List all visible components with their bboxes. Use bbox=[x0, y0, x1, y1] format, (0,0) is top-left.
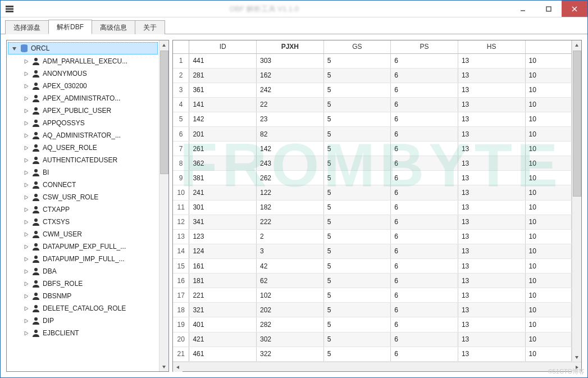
chevron-right-icon[interactable] bbox=[22, 231, 29, 238]
cell[interactable]: 13 bbox=[458, 185, 525, 200]
cell[interactable]: 222 bbox=[257, 215, 324, 229]
chevron-right-icon[interactable] bbox=[22, 58, 29, 65]
cell[interactable]: 13 bbox=[458, 317, 525, 332]
tree-item[interactable]: AQ_USER_ROLE bbox=[7, 142, 159, 154]
cell[interactable]: 5 bbox=[323, 53, 391, 68]
cell[interactable]: 6 bbox=[391, 53, 458, 68]
column-header[interactable]: PJXH bbox=[257, 40, 324, 53]
cell[interactable]: 5 bbox=[323, 215, 391, 229]
cell[interactable]: 13 bbox=[458, 347, 525, 361]
table-row[interactable]: 21461322561310 bbox=[173, 347, 572, 361]
cell[interactable]: 322 bbox=[257, 347, 324, 361]
table-row[interactable]: 9381262561310 bbox=[173, 171, 572, 185]
column-header[interactable]: ID bbox=[189, 40, 257, 53]
cell[interactable]: 162 bbox=[257, 68, 324, 83]
cell[interactable]: 124 bbox=[189, 244, 257, 258]
cell[interactable]: 22 bbox=[257, 97, 324, 112]
cell[interactable]: 10 bbox=[525, 185, 572, 200]
chevron-right-icon[interactable] bbox=[22, 181, 29, 188]
chevron-right-icon[interactable] bbox=[22, 206, 29, 213]
cell[interactable]: 5 bbox=[323, 171, 391, 185]
cell[interactable]: 142 bbox=[257, 142, 324, 156]
cell[interactable]: 10 bbox=[525, 171, 572, 185]
tree-vertical-scrollbar[interactable] bbox=[159, 40, 168, 371]
chevron-down-icon[interactable] bbox=[11, 45, 17, 52]
table-row[interactable]: 141243561310 bbox=[173, 244, 572, 258]
chevron-right-icon[interactable] bbox=[22, 293, 29, 299]
cell[interactable]: 13 bbox=[458, 215, 525, 229]
cell[interactable]: 6 bbox=[391, 171, 458, 185]
cell[interactable]: 6 bbox=[391, 347, 458, 361]
cell[interactable]: 13 bbox=[458, 274, 525, 288]
cell[interactable]: 5 bbox=[323, 200, 391, 215]
cell[interactable]: 13 bbox=[458, 97, 525, 112]
table-row[interactable]: 3361242561310 bbox=[173, 83, 572, 97]
cell[interactable]: 421 bbox=[189, 332, 257, 347]
tree-item[interactable]: DATAPUMP_EXP_FULL_... bbox=[7, 240, 159, 253]
table-row[interactable]: 17221102561310 bbox=[173, 288, 572, 303]
table-row[interactable]: 10241122561310 bbox=[173, 185, 572, 200]
scroll-down-icon[interactable] bbox=[572, 352, 581, 362]
cell[interactable]: 102 bbox=[257, 288, 324, 303]
tab-2[interactable]: 高级信息 bbox=[92, 20, 135, 34]
cell[interactable]: 10 bbox=[525, 53, 572, 68]
cell[interactable]: 2 bbox=[257, 229, 324, 244]
tree-item[interactable]: APEX_PUBLIC_USER bbox=[7, 104, 159, 117]
cell[interactable]: 401 bbox=[189, 317, 257, 332]
cell[interactable]: 13 bbox=[458, 332, 525, 347]
cell[interactable]: 321 bbox=[189, 303, 257, 317]
cell[interactable]: 5 bbox=[323, 317, 391, 332]
cell[interactable]: 6 bbox=[391, 244, 458, 258]
cell[interactable]: 13 bbox=[458, 142, 525, 156]
tree-item[interactable]: CONNECT bbox=[7, 179, 159, 191]
table-row[interactable]: 18321202561310 bbox=[173, 303, 572, 317]
tree-item[interactable]: DBA bbox=[7, 265, 159, 277]
data-grid[interactable]: IDPJXHGSPSHS1441303561310228116256131033… bbox=[173, 40, 572, 362]
maximize-button[interactable] bbox=[536, 1, 562, 17]
cell[interactable]: 202 bbox=[257, 303, 324, 317]
tree-item[interactable]: DBFS_ROLE bbox=[7, 277, 159, 290]
cell[interactable]: 6 bbox=[391, 317, 458, 332]
cell[interactable]: 5 bbox=[323, 68, 391, 83]
table-row[interactable]: 11301182561310 bbox=[173, 200, 572, 215]
scroll-up-icon[interactable] bbox=[572, 40, 581, 50]
cell[interactable]: 243 bbox=[257, 156, 324, 171]
cell[interactable]: 13 bbox=[458, 171, 525, 185]
chevron-right-icon[interactable] bbox=[22, 144, 29, 151]
cell[interactable]: 10 bbox=[525, 229, 572, 244]
cell[interactable]: 5 bbox=[323, 156, 391, 171]
tab-0[interactable]: 选择源盘 bbox=[5, 20, 49, 34]
titlebar[interactable]: DBF 解析工具 V1.1.0 bbox=[1, 1, 587, 17]
grid-vertical-scrollbar[interactable] bbox=[572, 40, 581, 362]
cell[interactable]: 5 bbox=[323, 83, 391, 97]
grid-horizontal-scrollbar[interactable] bbox=[173, 362, 581, 371]
chevron-right-icon[interactable] bbox=[22, 83, 29, 89]
cell[interactable]: 6 bbox=[391, 185, 458, 200]
cell[interactable]: 10 bbox=[525, 68, 572, 83]
cell[interactable]: 6 bbox=[391, 288, 458, 303]
cell[interactable]: 13 bbox=[458, 53, 525, 68]
tab-3[interactable]: 关于 bbox=[135, 20, 165, 34]
tab-1[interactable]: 解析DBF bbox=[48, 20, 92, 34]
cell[interactable]: 6 bbox=[391, 97, 458, 112]
chevron-right-icon[interactable] bbox=[22, 280, 29, 287]
chevron-right-icon[interactable] bbox=[22, 268, 29, 275]
cell[interactable]: 10 bbox=[525, 317, 572, 332]
cell[interactable]: 381 bbox=[189, 171, 257, 185]
schema-tree[interactable]: ORCLADM_PARALLEL_EXECU...ANONYMOUSAPEX_0… bbox=[7, 40, 159, 371]
cell[interactable]: 242 bbox=[257, 83, 324, 97]
tree-item[interactable]: AUTHENTICATEDUSER bbox=[7, 154, 159, 166]
cell[interactable]: 6 bbox=[391, 259, 458, 274]
cell[interactable]: 5 bbox=[323, 142, 391, 156]
cell[interactable]: 10 bbox=[525, 112, 572, 126]
cell[interactable]: 5 bbox=[323, 347, 391, 361]
cell[interactable]: 13 bbox=[458, 244, 525, 258]
cell[interactable]: 182 bbox=[257, 200, 324, 215]
tree-item[interactable]: AQ_ADMINISTRATOR_... bbox=[7, 129, 159, 142]
cell[interactable]: 282 bbox=[257, 317, 324, 332]
cell[interactable]: 13 bbox=[458, 156, 525, 171]
cell[interactable]: 302 bbox=[257, 332, 324, 347]
cell[interactable]: 10 bbox=[525, 156, 572, 171]
cell[interactable]: 13 bbox=[458, 229, 525, 244]
cell[interactable]: 13 bbox=[458, 200, 525, 215]
